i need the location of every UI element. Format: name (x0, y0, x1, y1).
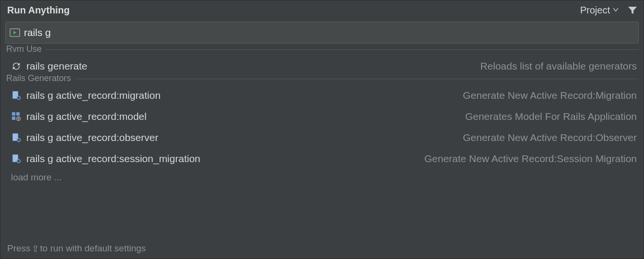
command-text: rails g active_record:session_migration (26, 153, 200, 165)
list-item[interactable]: rails g active_record:migration Generate… (5, 85, 639, 106)
command-text: rails g active_record:model (26, 111, 147, 122)
section-label: Rails Generators (6, 73, 75, 83)
svg-rect-11 (12, 117, 15, 120)
hint-prefix: Press (7, 243, 31, 254)
footer-hint: Press ⇧ to run with default settings (0, 238, 644, 259)
command-text: rails g active_record:migration (26, 90, 161, 101)
chevron-down-icon (613, 7, 619, 13)
command-description: Generate New Active Record:Migration (463, 90, 637, 101)
search-input[interactable] (20, 27, 634, 38)
shift-key-glyph: ⇧ (32, 243, 39, 254)
command-description: Generate New Active Record:Session Migra… (424, 153, 637, 165)
file-gear-icon (10, 131, 23, 144)
command-text: rails generate (26, 60, 87, 72)
command-description: Reloads list of available generators (480, 60, 637, 72)
svg-rect-10 (16, 112, 20, 116)
popup-title: Run Anything (7, 5, 580, 16)
hint-suffix: to run with default settings (40, 243, 146, 254)
load-more-link[interactable]: load more ... (5, 169, 639, 183)
scope-label: Project (580, 5, 610, 16)
section-rvm-use: Rvm Use rails generate Reloads list of a… (5, 49, 639, 77)
list-item[interactable]: rails generate Reloads list of available… (5, 56, 639, 77)
scope-selector[interactable]: Project (580, 5, 619, 16)
list-item[interactable]: rails g active_record:observer Generate … (5, 127, 639, 148)
filter-icon[interactable] (627, 5, 638, 15)
command-description: Generate New Active Record:Observer (463, 132, 637, 143)
search-field-wrapper[interactable] (5, 22, 639, 44)
header: Run Anything Project (0, 0, 644, 20)
file-gear-icon (10, 89, 23, 102)
list-item[interactable]: rails g active_record:session_migration … (5, 148, 639, 169)
section-label: Rvm Use (6, 44, 46, 54)
command-text: rails g active_record:observer (26, 132, 158, 143)
model-globe-icon (10, 110, 23, 123)
svg-rect-9 (12, 112, 15, 116)
run-configuration-icon (10, 28, 20, 37)
run-anything-popup: Run Anything Project Rvm Use (0, 0, 644, 259)
refresh-icon (10, 60, 23, 72)
section-rails-generators: Rails Generators rails g active_record (5, 79, 639, 183)
list-item[interactable]: rails g active_record:model Generates Mo… (5, 106, 639, 127)
command-description: Generates Model For Rails Application (465, 111, 637, 122)
file-gear-icon (10, 153, 23, 165)
